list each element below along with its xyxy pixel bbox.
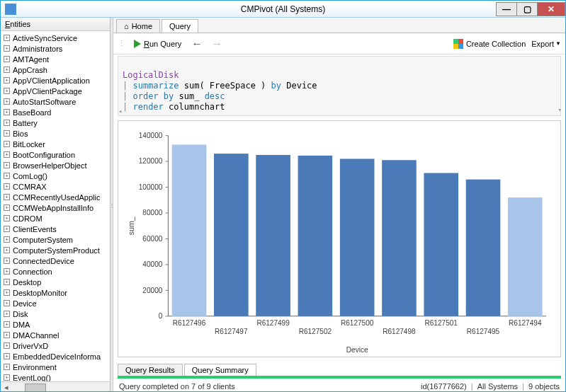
expand-icon[interactable]: +: [4, 321, 10, 328]
create-collection-button[interactable]: Create Collection: [453, 39, 526, 49]
entities-sidebar: Entities +ActiveSyncService+Administrato…: [1, 18, 111, 392]
expand-icon[interactable]: +: [4, 353, 10, 359]
expand-icon[interactable]: +: [4, 226, 10, 232]
entity-item[interactable]: +CDROM: [1, 213, 110, 224]
expand-icon[interactable]: +: [4, 204, 10, 211]
tab-query-results[interactable]: Query Results: [118, 364, 183, 376]
expand-icon[interactable]: +: [4, 194, 10, 200]
entity-item[interactable]: +BootConfiguration: [1, 149, 110, 160]
entities-tree[interactable]: +ActiveSyncService+Administrators+AMTAge…: [1, 31, 110, 381]
nav-back-button[interactable]: ←: [190, 38, 204, 50]
expand-icon[interactable]: +: [4, 374, 10, 381]
expand-icon[interactable]: +: [4, 247, 10, 253]
query-editor[interactable]: LogicalDisk | summarize sum( FreeSpace )…: [118, 56, 561, 116]
expand-icon[interactable]: +: [4, 332, 10, 338]
entity-item[interactable]: +AppVClientApplication: [1, 75, 110, 86]
scroll-left-icon[interactable]: ◂: [1, 383, 12, 392]
entity-item[interactable]: +Device: [1, 298, 110, 309]
entity-item[interactable]: +CCMRecentlyUsedApplic: [1, 192, 110, 202]
editor-hscroll-icon[interactable]: ◂: [118, 106, 122, 117]
expand-icon[interactable]: +: [4, 98, 10, 105]
entity-item[interactable]: +ComputerSystem: [1, 234, 110, 245]
entity-item[interactable]: +Disk: [1, 309, 110, 319]
entity-item[interactable]: +Administrators: [1, 43, 110, 54]
entity-item[interactable]: +BrowserHelperObject: [1, 160, 110, 171]
chart-bar[interactable]: [466, 180, 501, 316]
entity-item[interactable]: +Environment: [1, 362, 110, 372]
expand-icon[interactable]: +: [4, 141, 10, 147]
expand-icon[interactable]: +: [4, 35, 10, 41]
expand-icon[interactable]: +: [4, 120, 10, 126]
expand-icon[interactable]: +: [4, 215, 10, 221]
chart-bar[interactable]: [172, 144, 207, 316]
entity-item[interactable]: +CCMWebAppInstallInfo: [1, 202, 110, 213]
entity-item[interactable]: +Bios: [1, 128, 110, 139]
expand-icon[interactable]: +: [4, 109, 10, 115]
entity-item[interactable]: +DMA: [1, 319, 110, 330]
scroll-thumb[interactable]: [25, 384, 46, 392]
entity-item[interactable]: +EmbeddedDeviceInforma: [1, 351, 110, 362]
entity-item[interactable]: +ConnectedDevice: [1, 255, 110, 266]
expand-icon[interactable]: +: [4, 342, 10, 349]
svg-text:0: 0: [159, 312, 163, 320]
expand-icon[interactable]: +: [4, 77, 10, 83]
tab-home[interactable]: ⌂Home: [116, 19, 160, 33]
chart-bar[interactable]: [424, 173, 458, 316]
chart-bar[interactable]: [508, 197, 543, 316]
svg-text:R6127502: R6127502: [299, 328, 332, 335]
expand-icon[interactable]: +: [4, 130, 10, 137]
expand-icon[interactable]: +: [4, 183, 10, 190]
svg-text:R6127501: R6127501: [425, 318, 458, 326]
entity-item[interactable]: +ClientEvents: [1, 224, 110, 234]
expand-icon[interactable]: +: [4, 268, 10, 275]
chart-bar[interactable]: [256, 155, 290, 316]
chart-bar[interactable]: [340, 158, 375, 316]
sidebar-hscroll[interactable]: ◂: [1, 381, 110, 392]
expand-icon[interactable]: +: [4, 88, 10, 94]
expand-icon[interactable]: +: [4, 300, 10, 306]
entity-item[interactable]: +Battery: [1, 117, 110, 128]
entity-item[interactable]: +AppCrash: [1, 64, 110, 75]
entity-item[interactable]: +DMAChannel: [1, 330, 110, 340]
run-query-button[interactable]: Run Query: [131, 38, 184, 50]
entity-item[interactable]: +AppVClientPackage: [1, 86, 110, 96]
svg-text:R6127499: R6127499: [256, 318, 290, 326]
tab-query[interactable]: Query: [162, 19, 198, 33]
expand-icon[interactable]: +: [4, 151, 10, 158]
expand-icon[interactable]: +: [4, 45, 10, 52]
export-button[interactable]: Export ▼: [531, 40, 561, 48]
entity-item[interactable]: +CCMRAX: [1, 181, 110, 192]
entity-item[interactable]: +ActiveSyncService: [1, 33, 110, 43]
expand-icon[interactable]: +: [4, 364, 10, 370]
entity-item[interactable]: +ComputerSystemProduct: [1, 245, 110, 255]
expand-icon[interactable]: +: [4, 67, 10, 73]
entity-item[interactable]: +EventLog(): [1, 372, 110, 381]
nav-forward-button[interactable]: →: [210, 38, 224, 50]
expand-icon[interactable]: +: [4, 236, 10, 243]
svg-text:R6127495: R6127495: [467, 328, 500, 335]
entity-item[interactable]: +DesktopMonitor: [1, 287, 110, 298]
expand-icon[interactable]: +: [4, 173, 10, 179]
expand-icon[interactable]: +: [4, 162, 10, 168]
home-icon: ⌂: [124, 22, 129, 30]
entity-item[interactable]: +Desktop: [1, 277, 110, 287]
chart-bar[interactable]: [298, 156, 333, 316]
entity-item[interactable]: +ComLog(): [1, 171, 110, 181]
entity-item[interactable]: +BitLocker: [1, 139, 110, 149]
chart-bar[interactable]: [214, 154, 249, 316]
editor-vscroll-icon[interactable]: ▾: [558, 105, 562, 115]
entity-item[interactable]: +Connection: [1, 266, 110, 277]
expand-icon[interactable]: +: [4, 289, 10, 296]
expand-icon[interactable]: +: [4, 279, 10, 285]
entity-item[interactable]: +BaseBoard: [1, 107, 110, 117]
expand-icon[interactable]: +: [4, 311, 10, 317]
tab-query-summary[interactable]: Query Summary: [184, 364, 256, 376]
expand-icon[interactable]: +: [4, 56, 10, 62]
status-scope: All Systems: [477, 382, 518, 391]
entity-item[interactable]: +AMTAgent: [1, 54, 110, 64]
chart-bar[interactable]: [382, 160, 417, 316]
svg-text:20000: 20000: [142, 286, 162, 294]
expand-icon[interactable]: +: [4, 258, 10, 264]
entity-item[interactable]: +DriverVxD: [1, 340, 110, 351]
entity-item[interactable]: +AutoStartSoftware: [1, 96, 110, 107]
